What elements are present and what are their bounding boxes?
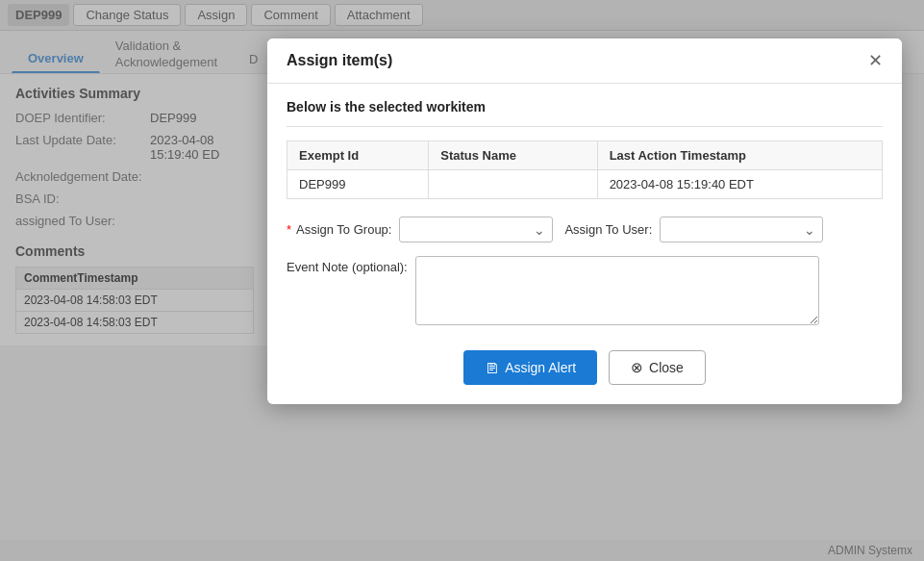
assign-group-label: * Assign To Group: — [287, 222, 391, 237]
assign-alert-label: Assign Alert — [505, 360, 576, 375]
event-note-textarea[interactable] — [415, 256, 819, 325]
required-star: * — [287, 222, 291, 237]
assign-icon: 🖹 — [485, 360, 499, 376]
close-circle-icon: ⊗ — [631, 359, 643, 376]
modal-title: Assign item(s) — [287, 52, 392, 69]
modal-divider — [287, 126, 883, 127]
modal-section-label: Below is the selected workitem — [287, 99, 883, 115]
event-note-row: Event Note (optional): — [287, 256, 883, 325]
assign-form-row: * Assign To Group: Assign To User: — [287, 217, 883, 242]
assign-user-select-wrapper — [660, 217, 823, 242]
col-exempt-id: Exempt Id — [287, 141, 429, 170]
col-status-name: Status Name — [429, 141, 597, 170]
assign-alert-button[interactable]: 🖹 Assign Alert — [463, 350, 597, 385]
col-last-action: Last Action Timestamp — [597, 141, 882, 170]
modal-close-button[interactable]: ✕ — [868, 52, 883, 69]
assign-user-select[interactable] — [660, 217, 823, 242]
workitem-row: DEP999 2023-04-08 15:19:40 EDT — [287, 170, 883, 199]
workitem-exempt-id: DEP999 — [287, 170, 429, 199]
assign-user-label: Assign To User: — [564, 222, 652, 237]
assign-user-group: Assign To User: — [564, 217, 823, 242]
workitem-status-name — [429, 170, 597, 199]
assign-group-select-wrapper — [399, 217, 553, 242]
workitem-last-action: 2023-04-08 15:19:40 EDT — [597, 170, 882, 199]
modal-header: Assign item(s) ✕ — [267, 38, 902, 84]
event-note-label: Event Note (optional): — [287, 256, 408, 274]
close-dialog-label: Close — [649, 360, 684, 375]
assign-group-group: * Assign To Group: — [287, 217, 553, 242]
modal-body: Below is the selected workitem Exempt Id… — [267, 84, 902, 404]
close-dialog-button[interactable]: ⊗ Close — [609, 350, 706, 385]
modal-actions: 🖹 Assign Alert ⊗ Close — [287, 343, 883, 389]
assign-modal: Assign item(s) ✕ Below is the selected w… — [267, 38, 902, 404]
assign-group-select[interactable] — [399, 217, 553, 242]
workitem-table: Exempt Id Status Name Last Action Timest… — [287, 140, 883, 199]
